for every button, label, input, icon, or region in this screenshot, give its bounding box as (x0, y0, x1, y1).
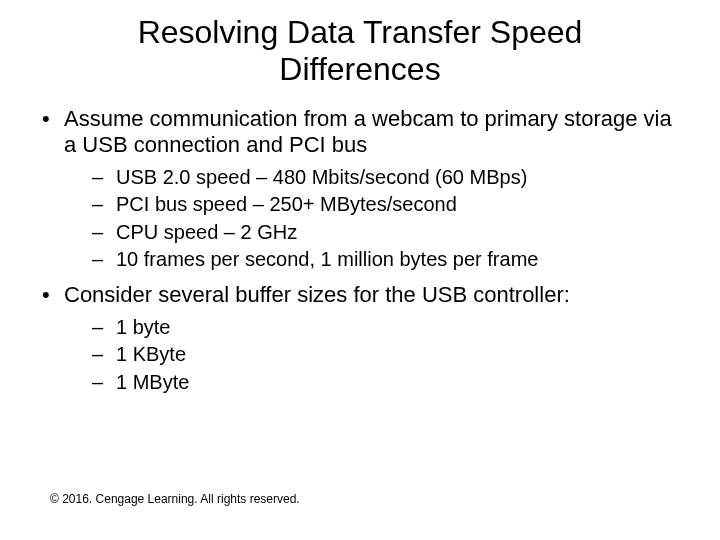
bullet-text: Consider several buffer sizes for the US… (64, 282, 570, 307)
slide-title: Resolving Data Transfer Speed Difference… (0, 0, 720, 88)
bullet-list: Assume communication from a webcam to pr… (36, 106, 684, 395)
sub-bullet-text: USB 2.0 speed – 480 Mbits/second (60 MBp… (116, 166, 527, 188)
list-item: CPU speed – 2 GHz (92, 221, 684, 245)
sub-bullet-text: PCI bus speed – 250+ MBytes/second (116, 193, 457, 215)
list-item: 1 KByte (92, 343, 684, 367)
bullet-text: Assume communication from a webcam to pr… (64, 106, 672, 157)
sub-bullet-text: 1 KByte (116, 343, 186, 365)
sub-list: 1 byte 1 KByte 1 MByte (64, 316, 684, 395)
copyright-footer: © 2016. Cengage Learning. All rights res… (50, 492, 300, 506)
title-line-1: Resolving Data Transfer Speed (138, 14, 583, 50)
sub-bullet-text: CPU speed – 2 GHz (116, 221, 297, 243)
title-line-2: Differences (279, 51, 440, 87)
list-item: USB 2.0 speed – 480 Mbits/second (60 MBp… (92, 166, 684, 190)
sub-list: USB 2.0 speed – 480 Mbits/second (60 MBp… (64, 166, 684, 272)
list-item: Assume communication from a webcam to pr… (36, 106, 684, 272)
sub-bullet-text: 1 byte (116, 316, 170, 338)
slide: Resolving Data Transfer Speed Difference… (0, 0, 720, 540)
list-item: PCI bus speed – 250+ MBytes/second (92, 193, 684, 217)
list-item: Consider several buffer sizes for the US… (36, 282, 684, 395)
sub-bullet-text: 10 frames per second, 1 million bytes pe… (116, 248, 538, 270)
slide-body: Assume communication from a webcam to pr… (0, 88, 720, 395)
sub-bullet-text: 1 MByte (116, 371, 189, 393)
list-item: 1 MByte (92, 371, 684, 395)
list-item: 1 byte (92, 316, 684, 340)
list-item: 10 frames per second, 1 million bytes pe… (92, 248, 684, 272)
